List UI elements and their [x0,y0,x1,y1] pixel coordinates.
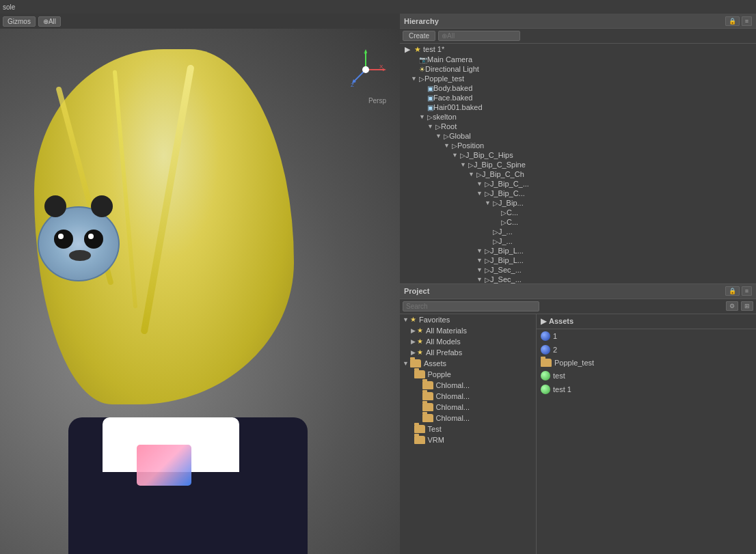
expand-arrow [419,393,421,400]
hierarchy-item-j-bip-c-2[interactable]: ▼▷J_Bip_C_... [400,179,756,189]
project-left-label: Chlomal... [436,392,470,400]
asset-item-1[interactable]: 1 [537,329,756,343]
tree-arrow: ▼ [468,171,476,178]
hierarchy-item-global[interactable]: ▼▷Global [400,131,756,141]
tree-label: J_Bip_C... [490,189,753,197]
project-left-item-popple-folder[interactable]: Popple [400,369,536,380]
gameobj-icon: ▷ [452,142,457,150]
asset-item-test1-asset[interactable]: test 1 [537,383,756,396]
expand-arrow [411,371,413,378]
gameobj-icon: ▷ [501,219,507,226]
hierarchy-item-j-bip-c-3[interactable]: ▼▷J_Bip_C... [400,189,756,198]
star-icon: ★ [417,337,423,345]
scene-content: X Y Z Persp [0,29,400,554]
project-left-label: All Materials [426,327,467,335]
hierarchy-item-j-bip-c-spine[interactable]: ▼▷J_Bip_C_Spine [400,160,756,169]
project-lock-icon[interactable]: 🔒 [725,286,740,296]
tree-arrow: ▼ [476,257,485,264]
hierarchy-content[interactable]: ▶ ★ test 1* 📷Main Camera ☀Directional Li… [400,44,756,283]
scene-root-item[interactable]: ▶ ★ test 1* [400,44,756,55]
hierarchy-item-skelton[interactable]: ▼▷skelton [400,112,756,122]
hierarchy-item-root[interactable]: ▼▷Root [400,122,756,131]
project-filter-icon[interactable]: ⊞ [741,301,753,311]
gizmos-button[interactable]: Gizmos [3,16,36,27]
project-left-label: Popple [428,370,451,378]
project-left-label: Favorites [419,316,450,324]
tree-arrow [411,66,419,72]
panda-head [38,206,120,281]
hierarchy-item-j-bip-l2[interactable]: ▼▷J_Bip_L... [400,255,756,265]
hierarchy-item-j-sec-1[interactable]: ▼▷J_Sec_... [400,265,756,275]
unity-icon [541,385,550,394]
project-left-item-all-models[interactable]: ▶★All Models [400,336,536,347]
tree-label: C... [507,208,753,217]
hierarchy-panel: Hierarchy 🔒 ≡ Create ▶ ★ test 1* 📷Main C [400,14,756,284]
tree-arrow: ▼ [476,190,485,197]
mesh-icon: ▣ [427,94,433,102]
tree-label: Face.baked [433,94,753,102]
hierarchy-item-position[interactable]: ▼▷Position [400,141,756,150]
all-button[interactable]: ⊕All [38,16,61,27]
tree-arrow: ▼ [452,152,460,158]
panda-eye-right [84,230,103,249]
hierarchy-item-c-1[interactable]: ▷C... [400,208,756,217]
hierarchy-menu-icon[interactable]: ≡ [742,16,752,26]
hierarchy-item-popple-test[interactable]: ▼▷Popple_test [400,74,756,83]
project-left-item-all-materials[interactable]: ▶★All Materials [400,325,536,336]
hierarchy-item-j-bip-c-hips[interactable]: ▼▷J_Bip_C_Hips [400,150,756,160]
hierarchy-item-c-2[interactable]: ▷C... [400,217,756,227]
project-left-item-chlomal-2[interactable]: Chlomal... [400,391,536,402]
project-left-item-vrm-folder[interactable]: VRM [400,434,536,445]
hierarchy-item-j-bip-c-ch[interactable]: ▼▷J_Bip_C_Ch [400,169,756,179]
gameobj-icon: ▷ [468,161,474,169]
project-left-item-chlomal-3[interactable]: Chlomal... [400,402,536,413]
project-left-item-all-prefabs[interactable]: ▶★All Prefabs [400,347,536,358]
hierarchy-item-j-sec-2[interactable]: ▼▷J_Sec_... [400,275,756,283]
project-left-label: Chlomal... [436,414,470,422]
hierarchy-item-body-baked[interactable]: ▣Body.baked [400,83,756,93]
tree-label: J_... [498,237,753,245]
panda-ear-right [91,195,113,217]
hierarchy-item-face-baked[interactable]: ▣Face.baked [400,93,756,102]
asset-item-2[interactable]: 2 [537,343,756,357]
asset-label: test 1 [553,385,571,393]
gameobj-icon: ▷ [485,180,490,188]
expand-arrow [411,426,413,432]
navigation-gizmo[interactable]: X Y Z [345,49,386,90]
tree-label: Hair001.baked [433,103,753,111]
project-left-item-chlomal-4[interactable]: Chlomal... [400,413,536,424]
project-left-item-chlomal-1[interactable]: Chlomal... [400,380,536,391]
tree-label: skelton [433,113,753,121]
hierarchy-lock-icon[interactable]: 🔒 [725,16,740,26]
tree-label: J_Sec_... [490,266,753,274]
hierarchy-item-main-camera[interactable]: 📷Main Camera [400,55,756,64]
gameobj-icon: ▷ [485,257,490,264]
project-left-tree: ▼★Favorites▶★All Materials▶★All Models▶★… [400,314,536,445]
hierarchy-item-hair001-baked[interactable]: ▣Hair001.baked [400,102,756,112]
hierarchy-search[interactable] [438,31,520,41]
expand-arrow [419,415,421,421]
project-left-item-test-folder[interactable]: Test [400,424,536,434]
project-menu-icon[interactable]: ≡ [742,286,752,296]
project-left-item-favorites[interactable]: ▼★Favorites [400,314,536,325]
expand-arrow: ▶ [411,338,416,345]
app-title: sole [3,3,15,11]
asset-item-test-asset[interactable]: test [537,369,756,383]
gameobj-icon: ▷ [476,171,482,178]
folder-icon [422,381,433,389]
expand-arrow [419,382,421,389]
create-button[interactable]: Create [403,31,435,41]
project-left-item-assets[interactable]: ▼Assets [400,358,536,369]
tree-label: J_Bip_C_Spine [474,161,753,169]
hierarchy-item-j-bip-l[interactable]: ▼▷J_Bip_L... [400,246,756,255]
hierarchy-item-directional-light[interactable]: ☀Directional Light [400,64,756,74]
asset-label: 1 [553,332,557,340]
project-search[interactable] [403,301,539,311]
hierarchy-item-j-1[interactable]: ▷J_... [400,227,756,236]
project-settings-icon[interactable]: ⚙ [726,301,738,311]
svg-text:Y: Y [364,51,368,57]
asset-item-popple-test-asset[interactable]: Popple_test [537,357,756,369]
hierarchy-item-j-bip-4[interactable]: ▼▷J_Bip... [400,198,756,208]
expand-arrow: ▶ [411,327,416,334]
hierarchy-item-j-2[interactable]: ▷J_... [400,236,756,246]
